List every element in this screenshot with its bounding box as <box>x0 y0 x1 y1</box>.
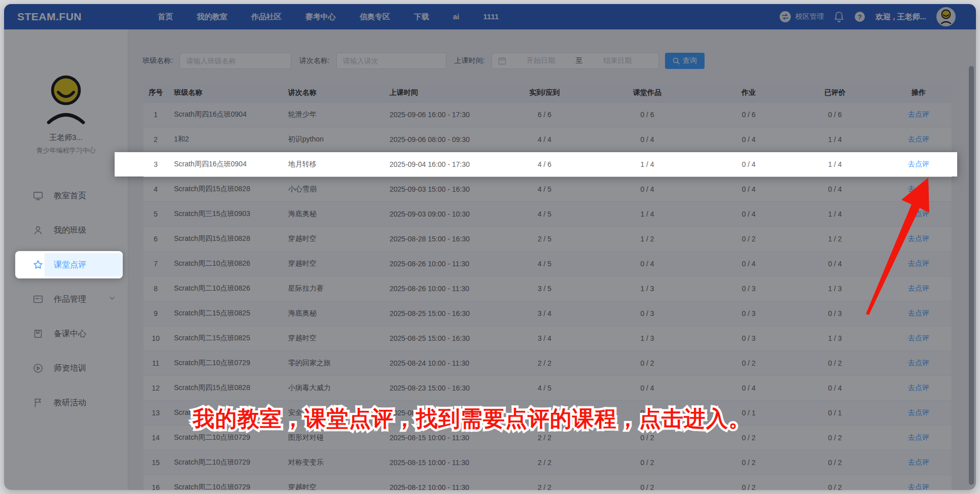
campus-manage-button[interactable]: 校区管理 <box>779 11 824 23</box>
help-icon[interactable]: ? <box>854 11 865 22</box>
cell-attendance: 4 / 4 <box>508 127 581 152</box>
sidebar: 王老师3... 青少年编程学习中心 教室首页我的班级课堂点评作品管理备课中心师资… <box>4 29 128 490</box>
sidebar-item-6[interactable]: 师资培训 <box>19 357 119 379</box>
cell-class-name: Scratch周二15点班0825 <box>168 326 282 350</box>
user-icon <box>32 225 44 236</box>
go-review-link[interactable]: 去点评 <box>908 160 929 169</box>
app-window: STEAM.FUN 首页我的教室作品社区赛考中心信奥专区下载ai1111 校区管… <box>4 4 976 490</box>
cell-seq: 3 <box>144 152 168 177</box>
cell-classwork: 1 / 3 <box>581 276 713 301</box>
nav-item-2[interactable]: 我的教室 <box>197 12 227 22</box>
cell-attendance: 4 / 6 <box>508 152 581 177</box>
app-logo[interactable]: STEAM.FUN <box>17 11 82 23</box>
go-review-link[interactable]: 去点评 <box>908 185 929 194</box>
sidebar-item-label: 教研活动 <box>54 398 86 408</box>
date-range-picker[interactable]: 开始日期 至 结束日期 <box>492 53 659 69</box>
cell-homework: 0 / 3 <box>713 301 784 326</box>
sidebar-avatar <box>42 73 90 126</box>
go-review-link[interactable]: 去点评 <box>908 110 929 119</box>
go-review-link[interactable]: 去点评 <box>908 334 929 343</box>
go-review-link[interactable]: 去点评 <box>908 209 929 219</box>
nav-item-3[interactable]: 作品社区 <box>251 12 282 22</box>
cell-seq: 16 <box>144 475 168 490</box>
cell-rated: 0 / 1 <box>784 401 886 425</box>
cell-attendance: 3 / 5 <box>508 276 581 301</box>
welcome-text[interactable]: 欢迎 , 王老师... <box>876 12 926 22</box>
user-avatar[interactable] <box>936 7 956 26</box>
lesson-name-input[interactable] <box>336 53 446 69</box>
go-review-link[interactable]: 去点评 <box>908 408 929 417</box>
nav-item-8[interactable]: 1111 <box>483 12 499 22</box>
table-row: 15Scratch周二10点班0729对称变变乐2025-08-15 10:00… <box>144 450 952 475</box>
nav-item-6[interactable]: 下载 <box>414 12 429 22</box>
column-header-3: 讲次名称 <box>282 84 383 102</box>
cell-seq: 5 <box>144 202 168 226</box>
cell-lesson-name: 轮滑少年 <box>282 102 383 127</box>
cell-classwork: 0 / 2 <box>581 351 713 375</box>
calendar-icon <box>498 57 506 65</box>
cell-class-time: 2025-09-06 16:00 - 17:30 <box>383 102 508 127</box>
go-review-link[interactable]: 去点评 <box>908 359 929 368</box>
search-button[interactable]: 查询 <box>665 53 705 69</box>
cell-class-name: Scrath周四16点班0904 <box>168 102 282 127</box>
go-review-link[interactable]: 去点评 <box>908 383 929 393</box>
cell-action: 去点评 <box>886 351 952 375</box>
go-review-link[interactable]: 去点评 <box>908 135 929 144</box>
cell-class-name: Scratch周四15点班0828 <box>168 227 282 251</box>
nav-item-7[interactable]: ai <box>453 12 460 22</box>
start-date-input[interactable]: 开始日期 <box>506 56 576 65</box>
sidebar-item-3[interactable]: 课堂点评 <box>19 254 119 276</box>
go-review-link[interactable]: 去点评 <box>908 284 929 293</box>
cell-seq: 4 <box>144 177 168 201</box>
cell-action: 去点评 <box>886 102 952 127</box>
nav-item-5[interactable]: 信奥专区 <box>360 12 390 22</box>
cell-homework: 0 / 2 <box>713 475 784 490</box>
vertical-scrollbar[interactable] <box>969 66 974 485</box>
cell-homework: 0 / 4 <box>713 177 784 201</box>
sidebar-item-5[interactable]: 备课中心 <box>19 323 119 345</box>
go-review-link[interactable]: 去点评 <box>908 433 929 442</box>
cell-rated: 1 / 4 <box>784 127 886 152</box>
cell-class-name: Scratch周四15点班0828 <box>168 177 282 201</box>
sidebar-item-7[interactable]: 教研活动 <box>19 392 119 414</box>
class-name-input[interactable] <box>180 53 291 69</box>
cell-lesson-name: 小病毒大威力 <box>282 376 383 400</box>
cell-attendance: 2 / 2 <box>508 475 581 490</box>
cell-class-time: 2025-08-25 15:00 - 16:30 <box>383 301 508 326</box>
end-date-input[interactable]: 结束日期 <box>583 56 652 65</box>
class-name-label: 班级名称: <box>143 56 173 65</box>
cell-attendance: 2 / 5 <box>508 227 581 251</box>
column-header-6: 课堂作品 <box>581 84 713 102</box>
cell-seq: 7 <box>144 252 168 276</box>
cell-action: 去点评 <box>886 376 952 400</box>
bell-icon[interactable] <box>834 11 844 22</box>
cell-action: 去点评 <box>886 401 952 425</box>
sidebar-item-4[interactable]: 作品管理 <box>19 288 119 310</box>
cell-action: 去点评 <box>886 202 952 226</box>
cell-lesson-name: 对称变变乐 <box>282 450 383 475</box>
card-icon <box>32 294 44 305</box>
cell-lesson-name: 初识python <box>282 127 383 152</box>
cell-attendance: 4 / 5 <box>508 177 581 201</box>
go-review-link[interactable]: 去点评 <box>908 309 929 318</box>
cell-homework: 0 / 4 <box>713 202 784 226</box>
book-icon <box>32 328 44 339</box>
go-review-link[interactable]: 去点评 <box>908 259 929 268</box>
go-review-link[interactable]: 去点评 <box>908 234 929 243</box>
cell-action: 去点评 <box>886 450 952 475</box>
go-review-link[interactable]: 去点评 <box>908 458 929 467</box>
cell-attendance: 3 / 4 <box>508 326 581 350</box>
cell-class-name: 1和2 <box>168 127 282 152</box>
table-row: 12Scratch周四15点班0828小病毒大威力2025-08-23 15:0… <box>144 376 952 401</box>
sidebar-item-2[interactable]: 我的班级 <box>19 219 119 241</box>
cell-homework: 0 / 4 <box>713 152 784 177</box>
nav-item-4[interactable]: 赛考中心 <box>305 12 336 22</box>
cell-rated: 0 / 2 <box>784 426 886 450</box>
sidebar-item-1[interactable]: 教室首页 <box>19 185 119 207</box>
nav-item-1[interactable]: 首页 <box>158 12 173 22</box>
table-header: 序号班级名称讲次名称上课时间实到/应到课堂作品作业已评价操作 <box>144 84 952 102</box>
cell-rated: 1 / 4 <box>784 152 886 177</box>
cell-homework: 0 / 3 <box>713 326 784 350</box>
column-header-8: 已评价 <box>784 84 886 102</box>
go-review-link[interactable]: 去点评 <box>908 483 929 490</box>
